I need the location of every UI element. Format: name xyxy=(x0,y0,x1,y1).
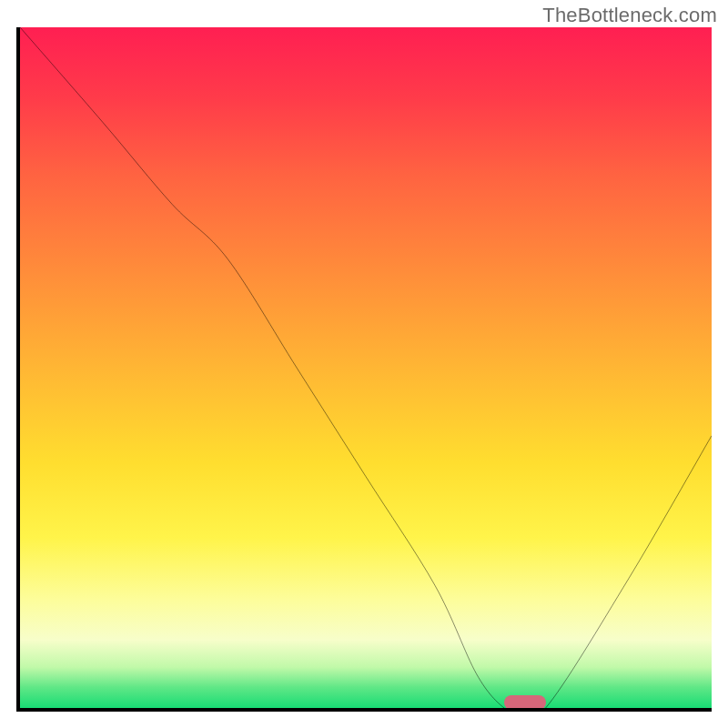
optimum-marker xyxy=(504,695,546,710)
watermark-text: TheBottleneck.com xyxy=(542,4,717,27)
chart-container: TheBottleneck.com xyxy=(0,0,728,728)
bottleneck-curve xyxy=(20,27,712,708)
plot-area xyxy=(16,27,712,712)
